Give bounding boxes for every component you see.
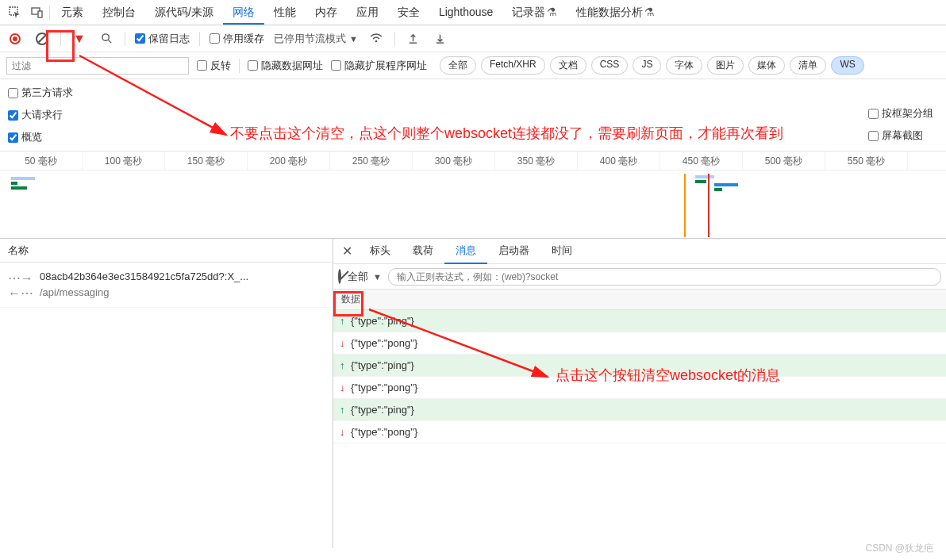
message-filter-dropdown[interactable]: 全部▼ [348, 270, 382, 284]
invert-checkbox[interactable]: 反转 [197, 59, 231, 73]
hide-data-urls-checkbox[interactable]: 隐藏数据网址 [248, 59, 323, 73]
timeline-bar [11, 177, 35, 180]
detail-tab-时间[interactable]: 时间 [540, 239, 583, 264]
filter-pill-媒体[interactable]: 媒体 [748, 56, 785, 75]
timeline-tick: 100 毫秒 [83, 152, 165, 170]
divider [125, 32, 125, 46]
filter-icon[interactable]: ▼ [71, 30, 88, 48]
throttling-select[interactable]: 已停用节流模式▼ [274, 32, 358, 46]
ws-message-row[interactable]: ↑{"type":"ping"} [333, 399, 946, 421]
filter-pill-图片[interactable]: 图片 [707, 56, 744, 75]
search-icon[interactable] [98, 30, 115, 48]
data-column-header[interactable]: 数据 [333, 290, 946, 310]
timeline-tick: 550 毫秒 [825, 152, 908, 170]
ws-message-row[interactable]: ↓{"type":"pong"} [333, 332, 946, 355]
timeline-bar [684, 174, 686, 237]
timeline-tick: 50 毫秒 [0, 152, 83, 170]
device-icon[interactable] [27, 2, 48, 23]
clear-messages-button[interactable] [338, 270, 341, 282]
timeline-tick: 200 毫秒 [248, 152, 330, 170]
filter-pill-Fetch/XHR[interactable]: Fetch/XHR [481, 56, 545, 75]
timeline-tick: 400 毫秒 [578, 152, 660, 170]
detail-tab-载荷[interactable]: 载荷 [402, 239, 444, 264]
close-icon[interactable]: ✕ [336, 244, 357, 259]
big-rows-checkbox[interactable]: 大请求行 [8, 108, 938, 122]
tab-性能数据分析[interactable]: 性能数据分析⚗ [567, 1, 664, 23]
requests-pane: 名称 ⋯→←⋯ 08acb42b364e3ec31584921c5fa725dd… [0, 239, 333, 548]
network-toolbar: ▼ 保留日志 停用缓存 已停用节流模式▼ [0, 25, 946, 52]
tab-源代码/来源[interactable]: 源代码/来源 [145, 1, 223, 23]
tab-内存[interactable]: 内存 [306, 1, 347, 23]
ws-message-text: {"type":"ping"} [351, 315, 414, 327]
filter-pill-JS[interactable]: JS [633, 56, 661, 75]
divider [239, 59, 240, 73]
arrow-down-icon: ↓ [340, 337, 351, 349]
filter-pill-全部[interactable]: 全部 [440, 56, 476, 75]
tab-元素[interactable]: 元素 [52, 1, 93, 23]
inspect-icon[interactable] [5, 2, 25, 23]
request-row[interactable]: ⋯→←⋯ 08acb42b364e3ec31584921c5fa725dd?:X… [0, 263, 333, 308]
import-har-icon[interactable] [405, 30, 422, 48]
filter-pill-WS[interactable]: WS [831, 56, 863, 75]
filter-row: 反转 隐藏数据网址 隐藏扩展程序网址 全部Fetch/XHR文档CSSJS字体图… [0, 52, 946, 79]
tab-记录器[interactable]: 记录器⚗ [502, 1, 567, 23]
timeline-overview[interactable]: 50 毫秒100 毫秒150 毫秒200 毫秒250 毫秒300 毫秒350 毫… [0, 152, 946, 239]
record-button[interactable] [6, 30, 24, 48]
ws-message-row[interactable]: ↑{"type":"ping"} [333, 310, 946, 332]
tab-应用[interactable]: 应用 [347, 1, 388, 23]
divider [199, 32, 200, 46]
tab-控制台[interactable]: 控制台 [93, 1, 145, 23]
details-pane: ✕ 标头载荷消息启动器时间 全部▼ 数据 ↑{"type":"ping"}↓{"… [333, 239, 946, 548]
filter-pill-清单[interactable]: 清单 [790, 56, 826, 75]
view-options: 第三方请求 大请求行 概览 按框架分组 屏幕截图 [0, 79, 946, 152]
divider [49, 6, 50, 20]
filter-pill-文档[interactable]: 文档 [550, 56, 586, 75]
timeline-bar [695, 175, 714, 178]
timeline-tick: 350 毫秒 [495, 152, 578, 170]
timeline-bar [11, 182, 17, 185]
screenshot-checkbox[interactable]: 屏幕截图 [868, 128, 923, 143]
regex-filter-input[interactable] [388, 268, 941, 286]
watermark: CSDN @狄龙疤 [865, 542, 933, 555]
overview-checkbox[interactable]: 概览 [8, 130, 938, 144]
arrow-down-icon: ↓ [340, 382, 351, 393]
detail-tab-启动器[interactable]: 启动器 [487, 239, 540, 264]
arrow-down-icon: ↓ [340, 426, 351, 438]
hide-ext-urls-checkbox[interactable]: 隐藏扩展程序网址 [331, 59, 427, 73]
ws-message-text: {"type":"pong"} [351, 426, 417, 438]
arrow-up-icon: ↑ [340, 315, 351, 327]
timeline-tick: 250 毫秒 [330, 152, 413, 170]
preserve-log-checkbox[interactable]: 保留日志 [135, 32, 190, 46]
timeline-bar [11, 186, 27, 190]
ws-message-row[interactable]: ↓{"type":"pong"} [333, 421, 946, 443]
detail-tab-标头[interactable]: 标头 [359, 239, 402, 264]
clear-button[interactable] [33, 30, 51, 48]
tab-性能[interactable]: 性能 [264, 1, 306, 23]
filter-input[interactable] [6, 57, 189, 75]
ws-message-row[interactable]: ↑{"type":"ping"} [333, 355, 946, 377]
svg-point-3 [102, 34, 108, 40]
divider [394, 32, 395, 46]
network-conditions-icon[interactable] [367, 30, 385, 48]
arrow-up-icon: ↑ [340, 404, 351, 416]
export-har-icon[interactable] [432, 30, 449, 48]
timeline-bar [708, 174, 710, 237]
timeline-bar [714, 183, 738, 186]
tab-Lighthouse[interactable]: Lighthouse [429, 1, 503, 23]
tab-安全[interactable]: 安全 [388, 1, 429, 23]
filter-pill-CSS[interactable]: CSS [591, 56, 629, 75]
timeline-tick: 450 毫秒 [660, 152, 743, 170]
group-by-frame-checkbox[interactable]: 按框架分组 [868, 106, 933, 121]
tab-网络[interactable]: 网络 [223, 1, 264, 25]
detail-tab-消息[interactable]: 消息 [444, 239, 487, 264]
timeline-tick: 500 毫秒 [743, 152, 825, 170]
arrow-up-icon: ↑ [340, 359, 351, 371]
name-column-header[interactable]: 名称 [0, 239, 333, 263]
timeline-bar [714, 188, 722, 191]
filter-pill-字体[interactable]: 字体 [666, 56, 702, 75]
ws-message-row[interactable]: ↓{"type":"pong"} [333, 377, 946, 399]
third-party-checkbox[interactable]: 第三方请求 [8, 86, 938, 100]
svg-point-5 [375, 40, 378, 42]
disable-cache-checkbox[interactable]: 停用缓存 [210, 32, 264, 46]
request-path: /api/messaging [40, 285, 248, 301]
